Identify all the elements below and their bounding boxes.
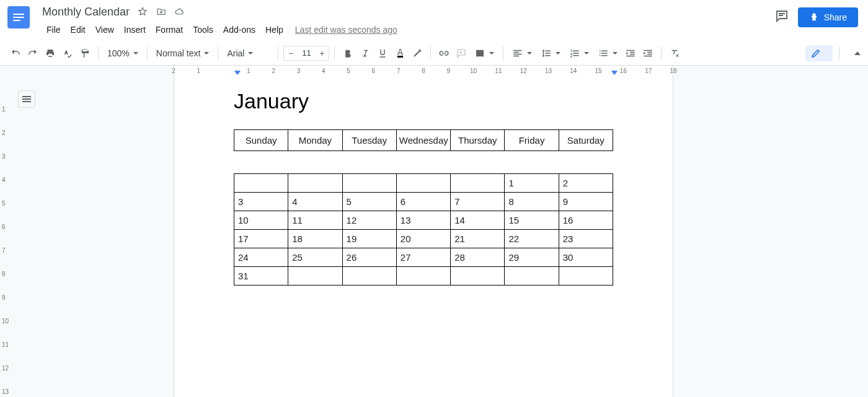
calendar-cell[interactable]: 19 — [342, 230, 396, 248]
document-title[interactable]: Monthly Calendar — [42, 6, 130, 19]
spellcheck-icon[interactable] — [60, 45, 76, 61]
calendar-cell[interactable]: 24 — [234, 248, 288, 267]
weekday-header-cell[interactable]: Thursday — [451, 130, 505, 151]
calendar-cell[interactable]: 20 — [396, 230, 450, 248]
move-icon[interactable] — [156, 6, 167, 17]
weekday-header-cell[interactable]: Monday — [288, 130, 342, 151]
increase-indent-icon[interactable] — [640, 45, 656, 61]
calendar-cell[interactable]: 12 — [342, 211, 396, 230]
weekday-header-cell[interactable]: Friday — [505, 130, 559, 151]
paint-format-icon[interactable] — [77, 45, 93, 61]
calendar-cell[interactable]: 22 — [505, 230, 559, 248]
calendar-cell[interactable] — [396, 267, 450, 286]
calendar-cell[interactable] — [396, 174, 450, 193]
calendar-cell[interactable]: 14 — [451, 211, 505, 230]
page-heading[interactable]: January — [234, 89, 613, 113]
docs-logo-icon[interactable] — [7, 6, 30, 28]
paragraph-style-dropdown[interactable]: Normal text — [153, 45, 213, 61]
menu-insert[interactable]: Insert — [120, 22, 150, 37]
last-edit-link[interactable]: Last edit was seconds ago — [295, 25, 397, 35]
calendar-cell[interactable] — [342, 174, 396, 193]
calendar-cell[interactable]: 10 — [234, 211, 288, 230]
calendar-cell[interactable] — [288, 174, 342, 193]
cloud-status-icon[interactable] — [174, 6, 185, 17]
weekday-header-cell[interactable]: Tuesday — [342, 130, 396, 151]
bulleted-list-dropdown[interactable] — [594, 45, 621, 61]
menu-addons[interactable]: Add-ons — [219, 22, 260, 37]
calendar-cell[interactable] — [451, 267, 505, 286]
highlight-color-icon[interactable] — [409, 45, 425, 61]
menu-tools[interactable]: Tools — [188, 22, 218, 37]
calendar-cell[interactable]: 21 — [451, 230, 505, 248]
calendar-cell[interactable]: 28 — [451, 248, 505, 267]
collapse-toolbar-icon[interactable] — [854, 51, 861, 55]
calendar-cell[interactable]: 7 — [451, 193, 505, 211]
star-icon[interactable] — [137, 6, 148, 17]
ruler-tick: 5 — [347, 68, 350, 74]
calendar-cell[interactable] — [451, 174, 505, 193]
font-family-dropdown[interactable]: Arial — [223, 45, 273, 61]
decrease-indent-icon[interactable] — [622, 45, 639, 61]
text-color-icon[interactable]: A — [392, 45, 408, 61]
calendar-cell[interactable]: 5 — [342, 193, 396, 211]
calendar-cell[interactable]: 31 — [234, 267, 288, 286]
weekday-header-table[interactable]: SundayMondayTuesdayWednesdayThursdayFrid… — [234, 129, 613, 151]
menu-edit[interactable]: Edit — [66, 22, 90, 37]
print-icon[interactable] — [42, 45, 58, 61]
weekday-header-cell[interactable]: Wednesday — [396, 130, 450, 151]
clear-formatting-icon[interactable] — [666, 45, 683, 61]
document-outline-icon[interactable] — [18, 90, 35, 108]
calendar-cell[interactable]: 27 — [396, 248, 450, 267]
calendar-cell[interactable] — [288, 267, 342, 286]
insert-image-dropdown[interactable] — [471, 45, 498, 61]
weekday-header-cell[interactable]: Saturday — [559, 130, 613, 151]
numbered-list-dropdown[interactable] — [565, 45, 593, 61]
calendar-grid-table[interactable]: 1234567891011121314151617181920212223242… — [234, 173, 613, 286]
font-size-input[interactable] — [298, 48, 315, 58]
font-size-increase[interactable]: + — [315, 46, 329, 60]
calendar-cell[interactable]: 25 — [288, 248, 342, 267]
calendar-cell[interactable]: 9 — [559, 193, 613, 211]
add-comment-icon[interactable] — [453, 45, 469, 61]
calendar-cell[interactable]: 23 — [559, 230, 613, 248]
line-spacing-dropdown[interactable] — [537, 45, 564, 61]
italic-icon[interactable] — [357, 45, 373, 61]
calendar-cell[interactable]: 30 — [559, 248, 613, 267]
calendar-cell[interactable]: 17 — [234, 230, 288, 248]
calendar-cell[interactable]: 2 — [559, 174, 613, 193]
bold-icon[interactable] — [340, 45, 356, 61]
undo-icon[interactable] — [7, 45, 24, 61]
zoom-dropdown[interactable]: 100% — [104, 45, 142, 61]
mode-editing-dropdown[interactable] — [805, 45, 833, 61]
calendar-cell[interactable]: 15 — [505, 211, 559, 230]
calendar-cell[interactable]: 6 — [396, 193, 450, 211]
calendar-cell[interactable]: 16 — [559, 211, 613, 230]
align-dropdown[interactable] — [508, 45, 536, 61]
menu-format[interactable]: Format — [151, 22, 187, 37]
calendar-cell[interactable]: 11 — [288, 211, 342, 230]
share-button[interactable]: Share — [798, 7, 858, 27]
menu-file[interactable]: File — [42, 22, 65, 37]
document-page[interactable]: January SundayMondayTuesdayWednesdayThur… — [174, 74, 673, 397]
weekday-header-cell[interactable]: Sunday — [234, 130, 288, 151]
calendar-cell[interactable] — [559, 267, 613, 286]
font-size-decrease[interactable]: − — [284, 46, 298, 60]
calendar-cell[interactable]: 18 — [288, 230, 342, 248]
calendar-cell[interactable] — [342, 267, 396, 286]
redo-icon[interactable] — [25, 45, 41, 61]
calendar-cell[interactable]: 26 — [342, 248, 396, 267]
calendar-cell[interactable] — [234, 174, 288, 193]
menu-view[interactable]: View — [91, 22, 118, 37]
vertical-ruler[interactable]: 12345678910111213 — [0, 74, 11, 397]
insert-link-icon[interactable] — [436, 45, 452, 61]
menu-help[interactable]: Help — [261, 22, 288, 37]
calendar-cell[interactable]: 1 — [505, 174, 559, 193]
open-comments-icon[interactable] — [774, 9, 789, 26]
underline-icon[interactable] — [374, 45, 391, 61]
calendar-cell[interactable]: 4 — [288, 193, 342, 211]
calendar-cell[interactable]: 29 — [505, 248, 559, 267]
calendar-cell[interactable]: 8 — [505, 193, 559, 211]
calendar-cell[interactable]: 13 — [396, 211, 450, 230]
calendar-cell[interactable]: 3 — [234, 193, 288, 211]
calendar-cell[interactable] — [505, 267, 559, 286]
